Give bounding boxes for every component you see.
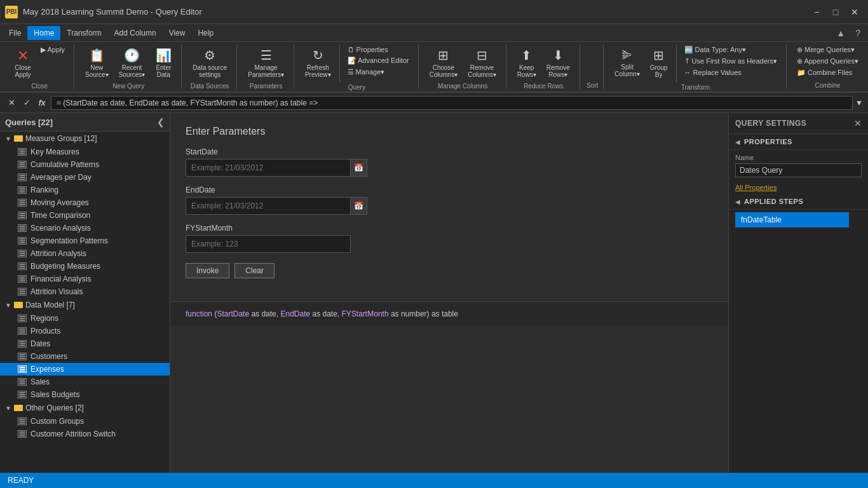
expand-icon: ▼ bbox=[5, 302, 11, 309]
table-icon bbox=[18, 199, 27, 207]
menu-view[interactable]: View bbox=[163, 26, 192, 40]
formula-input[interactable] bbox=[51, 96, 853, 110]
query-group-data-model-header[interactable]: ▼ Data Model [7] bbox=[0, 298, 170, 312]
fn-date-table-step[interactable]: fnDateTable bbox=[735, 212, 849, 227]
formula-confirm-icon[interactable]: ✓ bbox=[20, 97, 33, 109]
keep-rows-button[interactable]: ⬆ Keep Rows▾ bbox=[513, 44, 541, 81]
close-window-button[interactable]: ✕ bbox=[846, 4, 863, 20]
name-property-label: Name bbox=[735, 154, 862, 161]
query-settings-close-button[interactable]: ✕ bbox=[854, 118, 862, 128]
help-icon[interactable]: ? bbox=[850, 28, 865, 38]
query-item-key-measures[interactable]: Key Measures bbox=[0, 146, 170, 158]
transform-label: Transform bbox=[610, 83, 781, 91]
manage-button[interactable]: ☰ Manage▾ bbox=[344, 67, 413, 78]
recent-sources-button[interactable]: 🕐 Recent Sources▾ bbox=[114, 44, 150, 81]
end-date-calendar-button[interactable]: 📅 bbox=[351, 197, 367, 215]
append-queries-button[interactable]: ⊕ Append Queries▾ bbox=[793, 56, 862, 67]
query-item-segmentation-patterns[interactable]: Segmentation Patterns bbox=[0, 234, 170, 247]
end-date-input[interactable] bbox=[186, 197, 351, 215]
ribbon-group-reduce-rows: ⬆ Keep Rows▾ ⬇ Remove Rows▾ Reduce Rows bbox=[508, 44, 580, 89]
use-first-row-button[interactable]: ⤒ Use First Row as Headers▾ bbox=[681, 56, 781, 67]
merge-queries-button[interactable]: ⊕ Merge Queries▾ bbox=[793, 44, 862, 55]
menu-file[interactable]: File bbox=[3, 26, 27, 40]
query-item-budgeting-measures[interactable]: Budgeting Measures bbox=[0, 260, 170, 273]
formula-expand-icon[interactable]: ▼ bbox=[855, 98, 863, 107]
query-item-averages-per-day[interactable]: Averages per Day bbox=[0, 171, 170, 184]
group-by-button[interactable]: ⊞ Group By bbox=[646, 44, 672, 81]
advanced-editor-button[interactable]: 📝 Advanced Editor bbox=[344, 55, 413, 66]
properties-arrow-icon: ◀ bbox=[735, 139, 740, 146]
enter-data-button[interactable]: 📊 Enter Data bbox=[151, 44, 176, 81]
query-item-financial-analysis[interactable]: Financial Analysis bbox=[0, 273, 170, 285]
invoke-clear-buttons: Invoke Clear bbox=[186, 263, 713, 278]
close-apply-button[interactable]: ✕ Close Apply bbox=[10, 44, 36, 81]
clear-button[interactable]: Clear bbox=[234, 263, 275, 278]
menu-add-column[interactable]: Add Column bbox=[108, 26, 163, 40]
minimize-button[interactable]: − bbox=[808, 4, 825, 20]
query-item-moving-averages[interactable]: Moving Averages bbox=[0, 196, 170, 209]
query-item-expenses[interactable]: Expenses bbox=[0, 363, 170, 376]
sidebar-scroll[interactable]: ▼ Measure Groups [12] Key Measures Cumul… bbox=[0, 132, 170, 473]
applied-steps-section-header[interactable]: ◀ APPLIED STEPS bbox=[729, 194, 868, 210]
start-date-calendar-button[interactable]: 📅 bbox=[351, 159, 367, 177]
query-item-customers[interactable]: Customers bbox=[0, 350, 170, 363]
refresh-preview-button[interactable]: ↻ Refresh Preview▾ bbox=[301, 44, 336, 81]
enter-params-section: Enter Parameters StartDate 📅 EndDate 📅 F… bbox=[170, 113, 728, 301]
choose-columns-button[interactable]: ⊞ Choose Columns▾ bbox=[425, 44, 462, 81]
query-item-scenario-analysis[interactable]: Scenario Analysis bbox=[0, 222, 170, 234]
all-properties-link[interactable]: All Properties bbox=[729, 181, 868, 194]
query-item-cumulative-patterns[interactable]: Cumulative Patterns bbox=[0, 158, 170, 171]
query-group-other-header[interactable]: ▼ Other Queries [2] bbox=[0, 401, 170, 415]
data-type-button[interactable]: 🔤 Data Type: Any▾ bbox=[681, 44, 781, 55]
query-item-customer-attrition-switch[interactable]: Customer Attrition Switch bbox=[0, 428, 170, 440]
status-text: READY bbox=[8, 476, 34, 485]
query-item-sales[interactable]: Sales bbox=[0, 376, 170, 388]
table-icon bbox=[18, 224, 27, 232]
remove-columns-button[interactable]: ⊟ Remove Columns▾ bbox=[463, 44, 500, 81]
query-item-dates[interactable]: Dates bbox=[0, 337, 170, 350]
split-column-button[interactable]: ⫸ Split Column▾ bbox=[610, 44, 644, 81]
start-date-label: StartDate bbox=[186, 147, 713, 156]
query-group-measure-header[interactable]: ▼ Measure Groups [12] bbox=[0, 132, 170, 146]
menu-home[interactable]: Home bbox=[27, 26, 60, 40]
data-source-settings-button[interactable]: ⚙ Data source settings bbox=[188, 44, 231, 81]
maximize-button[interactable]: □ bbox=[827, 4, 844, 20]
query-col-buttons: 🗒 Properties 📝 Advanced Editor ☰ Manage▾ bbox=[344, 44, 413, 78]
status-bar: READY bbox=[0, 473, 868, 488]
query-item-attrition-analysis[interactable]: Attrition Analysis bbox=[0, 247, 170, 260]
ribbon-collapse-icon[interactable]: ▲ bbox=[831, 28, 850, 38]
fy-start-month-input[interactable] bbox=[186, 235, 351, 253]
remove-rows-button[interactable]: ⬇ Remove Rows▾ bbox=[542, 44, 574, 81]
query-item-ranking[interactable]: Ranking bbox=[0, 184, 170, 196]
parameters-label: Parameters bbox=[243, 81, 288, 90]
query-item-custom-groups[interactable]: Custom Groups bbox=[0, 415, 170, 428]
function-text-area: function (StartDate as date, EndDate as … bbox=[170, 301, 728, 326]
new-query-buttons: 📋 New Source▾ 🕐 Recent Sources▾ 📊 Enter … bbox=[81, 44, 176, 81]
replace-values-button[interactable]: ↔ Replace Values bbox=[681, 67, 781, 78]
table-icon bbox=[18, 148, 27, 156]
query-item-regions[interactable]: Regions bbox=[0, 312, 170, 325]
menu-transform[interactable]: Transform bbox=[60, 26, 107, 40]
query-item-sales-budgets[interactable]: Sales Budgets bbox=[0, 388, 170, 401]
menu-help[interactable]: Help bbox=[191, 26, 220, 40]
invoke-button[interactable]: Invoke bbox=[186, 263, 229, 278]
manage-columns-label: Manage Columns bbox=[425, 81, 501, 90]
properties-section-header[interactable]: ◀ PROPERTIES bbox=[729, 134, 868, 150]
sidebar-collapse-button[interactable]: ❮ bbox=[157, 117, 165, 127]
manage-parameters-button[interactable]: ☰ Manage Parameters▾ bbox=[243, 44, 288, 81]
table-icon bbox=[18, 327, 27, 335]
parameters-buttons: ☰ Manage Parameters▾ bbox=[243, 44, 288, 81]
name-property-input[interactable] bbox=[735, 163, 862, 177]
start-date-input[interactable] bbox=[186, 159, 351, 177]
combine-col: ⊕ Merge Queries▾ ⊕ Append Queries▾ 📁 Com… bbox=[793, 44, 862, 78]
apply-button[interactable]: ▶ Apply bbox=[37, 44, 69, 55]
new-source-button[interactable]: 📋 New Source▾ bbox=[81, 44, 113, 81]
query-item-time-comparison[interactable]: Time Comparison bbox=[0, 209, 170, 222]
formula-cancel-icon[interactable]: ✕ bbox=[5, 97, 18, 109]
properties-button[interactable]: 🗒 Properties bbox=[344, 44, 413, 55]
applied-steps-title: APPLIED STEPS bbox=[744, 198, 803, 205]
combine-files-button[interactable]: 📁 Combine Files bbox=[793, 67, 862, 78]
query-item-products[interactable]: Products bbox=[0, 325, 170, 337]
query-item-attrition-visuals[interactable]: Attrition Visuals bbox=[0, 285, 170, 298]
sidebar-header: Queries [22] ❮ bbox=[0, 113, 170, 132]
